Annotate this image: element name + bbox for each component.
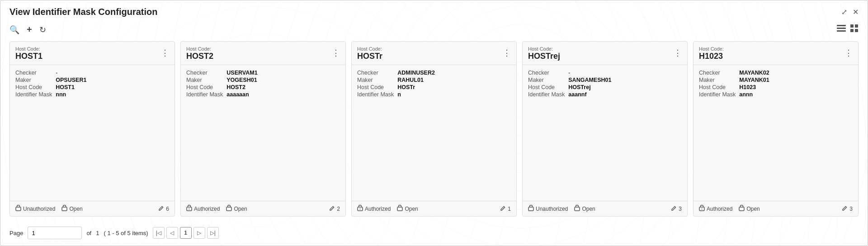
status-item-2[interactable]: Authorized <box>357 205 391 213</box>
page-label: Page <box>9 230 23 237</box>
page-nav: |◁ ◁ 1 ▷ ▷| <box>153 227 219 239</box>
status-icon-4 <box>699 205 705 213</box>
identifier-mask-value-4: annn <box>739 91 853 98</box>
svg-rect-13 <box>528 207 533 211</box>
host-code-value-1: HOST2 <box>186 52 213 61</box>
first-page-button[interactable]: |◁ <box>153 227 165 239</box>
card-body-0: Checker - Maker OPSUSER1 Host Code HOST1… <box>10 65 175 201</box>
card-title-0: Host Code: HOST1 <box>15 46 42 61</box>
more-menu-icon-3[interactable]: ⋮ <box>674 48 682 58</box>
card-3: Host Code: HOSTrej ⋮ Checker - Maker SAN… <box>522 41 688 217</box>
svg-rect-8 <box>62 207 67 211</box>
card-footer-0: Unauthorized Open 6 <box>10 201 175 216</box>
edit-icon-1 <box>329 205 335 213</box>
checker-label-4: Checker <box>699 70 736 76</box>
card-body-2: Checker ADMINUSER2 Maker RAHUL01 Host Co… <box>352 65 516 201</box>
svg-rect-6 <box>855 29 858 32</box>
edit-count-item-2[interactable]: 1 <box>500 205 511 213</box>
info-grid-0: Checker - Maker OPSUSER1 Host Code HOST1… <box>15 70 169 98</box>
current-page-button[interactable]: 1 <box>180 227 192 239</box>
list-view-icon[interactable] <box>837 25 846 34</box>
host-code-field-label-0: Host Code <box>15 84 52 90</box>
host-code-field-value-1: HOST2 <box>226 84 340 90</box>
identifier-mask-value-0: nnn <box>56 91 169 98</box>
edit-count-value-3: 3 <box>679 206 682 212</box>
identifier-mask-label-2: Identifier Mask <box>357 91 394 98</box>
svg-rect-5 <box>850 29 854 32</box>
close-icon[interactable]: ✕ <box>853 8 859 16</box>
card-2: Host Code: HOSTr ⋮ Checker ADMINUSER2 Ma… <box>351 41 517 217</box>
identifier-mask-label-0: Identifier Mask <box>15 91 52 98</box>
prev-page-button[interactable]: ◁ <box>166 227 178 239</box>
title-actions: ⤢ ✕ <box>841 8 859 16</box>
toolbar: 🔍 + ↻ <box>0 22 868 39</box>
host-code-label-0: Host Code: <box>15 46 42 52</box>
open-label-3: Open <box>582 206 595 212</box>
host-code-field-value-4: H1023 <box>739 84 853 90</box>
edit-count-item-0[interactable]: 6 <box>158 205 169 213</box>
toolbar-right <box>837 24 859 35</box>
last-page-button[interactable]: ▷| <box>207 227 219 239</box>
card-0: Host Code: HOST1 ⋮ Checker - Maker OPSUS… <box>9 41 175 217</box>
card-body-3: Checker - Maker SANGAMESH01 Host Code HO… <box>523 65 687 201</box>
status-item-4[interactable]: Authorized <box>699 205 732 213</box>
page-input[interactable] <box>28 227 82 239</box>
open-item-3[interactable]: Open <box>574 205 595 213</box>
refresh-icon[interactable]: ↻ <box>39 25 46 35</box>
checker-label-0: Checker <box>15 70 52 76</box>
edit-count-item-1[interactable]: 2 <box>329 205 340 213</box>
main-window: View Identifier Mask Configuration ⤢ ✕ 🔍… <box>0 0 868 246</box>
open-icon-0 <box>61 205 67 213</box>
host-code-label-1: Host Code: <box>186 46 213 52</box>
edit-count-value-4: 3 <box>849 206 853 212</box>
next-page-button[interactable]: ▷ <box>193 227 205 239</box>
status-item-3[interactable]: Unauthorized <box>528 205 568 213</box>
open-icon-4 <box>739 205 745 213</box>
status-item-0[interactable]: Unauthorized <box>15 205 55 213</box>
status-icon-0 <box>15 205 21 213</box>
status-label-2: Authorized <box>365 206 391 212</box>
card-body-4: Checker MAYANK02 Maker MAYANK01 Host Cod… <box>693 65 858 201</box>
open-item-1[interactable]: Open <box>226 205 247 213</box>
card-title-2: Host Code: HOSTr <box>357 46 382 61</box>
maker-value-3: SANGAMESH01 <box>568 77 682 83</box>
status-label-3: Unauthorized <box>536 206 568 212</box>
checker-value-3: - <box>568 70 682 76</box>
host-code-label-2: Host Code: <box>357 46 382 52</box>
more-menu-icon-2[interactable]: ⋮ <box>503 48 511 58</box>
edit-count-item-4[interactable]: 3 <box>842 205 853 213</box>
add-icon[interactable]: + <box>27 24 32 35</box>
more-menu-icon-4[interactable]: ⋮ <box>844 48 853 58</box>
info-grid-1: Checker USERVAM1 Maker YOGESH01 Host Cod… <box>186 70 340 98</box>
status-icon-2 <box>357 205 363 213</box>
maximize-icon[interactable]: ⤢ <box>841 8 847 16</box>
host-code-field-label-4: Host Code <box>699 84 736 90</box>
edit-count-value-1: 2 <box>337 206 340 212</box>
status-icon-1 <box>186 205 192 213</box>
maker-label-1: Maker <box>186 77 223 83</box>
status-item-1[interactable]: Authorized <box>186 205 220 213</box>
card-header-2: Host Code: HOSTr ⋮ <box>352 42 516 65</box>
open-item-0[interactable]: Open <box>61 205 82 213</box>
checker-value-4: MAYANK02 <box>739 70 853 76</box>
checker-value-1: USERVAM1 <box>226 70 340 76</box>
grid-view-icon[interactable] <box>850 24 859 35</box>
page-title: View Identifier Mask Configuration <box>9 7 157 17</box>
checker-label-3: Checker <box>528 70 565 76</box>
maker-value-0: OPSUSER1 <box>56 77 169 83</box>
open-icon-3 <box>574 205 580 213</box>
svg-rect-1 <box>837 28 846 29</box>
edit-count-item-3[interactable]: 3 <box>671 205 682 213</box>
identifier-mask-label-3: Identifier Mask <box>528 91 565 98</box>
card-footer-1: Authorized Open 2 <box>181 201 345 216</box>
search-icon[interactable]: 🔍 <box>9 25 19 35</box>
more-menu-icon-1[interactable]: ⋮ <box>332 48 340 58</box>
host-code-field-label-2: Host Code <box>357 84 394 90</box>
card-header-0: Host Code: HOST1 ⋮ <box>10 42 175 65</box>
open-item-4[interactable]: Open <box>739 205 760 213</box>
open-item-2[interactable]: Open <box>397 205 418 213</box>
open-label-4: Open <box>746 206 760 212</box>
more-menu-icon-0[interactable]: ⋮ <box>161 48 169 58</box>
card-title-4: Host Code: H1023 <box>699 46 724 61</box>
info-grid-4: Checker MAYANK02 Maker MAYANK01 Host Cod… <box>699 70 853 98</box>
